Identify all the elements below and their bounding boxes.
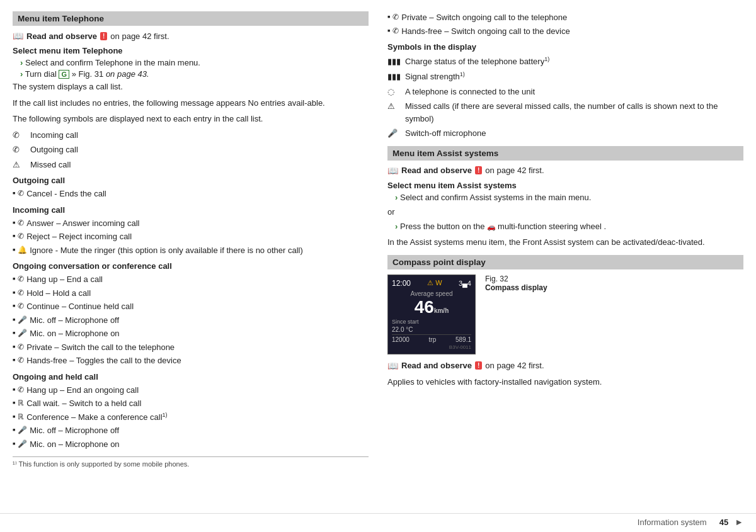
compass-fig-num: Fig. 32 [485,274,508,283]
compass-speed-number: 46 [415,297,434,317]
mic-on-text: Mic. on – Microphone on [30,327,119,340]
right-column: ✆ Private – Switch ongoing call to the t… [387,11,743,507]
fig-num: Fig. 32 [485,274,547,283]
battery-row: ▮▮▮ Charge status of the telephone batte… [387,55,743,68]
outgoing-bullets: ✆ Cancel - Ends the call [13,188,369,200]
answer-icon: ✆ [18,217,24,229]
assist-desc-text: In the Assist systems menu item, the Fro… [387,237,705,247]
mic-switch-text: Switch-off microphone [405,127,486,140]
hangup2-text: Hang up – End an ongoing call [26,384,139,397]
reject-bullet: ✆ Reject – Reject incoming call [13,230,369,243]
mic-off-text: Mic. off – Microphone off [30,314,119,327]
right-top-bullets: ✆ Private – Switch ongoing call to the t… [387,11,743,37]
incoming-call-row: ✆ Incoming call [13,129,369,142]
no-entries-msg: If the call list includes no entries, th… [13,98,246,108]
footer-arrow-icon: ► [735,517,743,527]
continue-bullet: ✆ Continue – Continue held call [13,300,369,313]
reject-icon: ✆ [18,230,24,242]
assist-select-label: Select menu item [387,181,455,190]
steering-wheel-icon: 🚗 [487,223,498,230]
continue-icon: ✆ [18,300,24,312]
conference-text: Conference – Make a conference call1) [26,411,167,424]
assist-read-observe: 📖 Read and observe ! on page 42 first. [387,166,743,176]
ongoing-held-heading: Ongoing and held call [13,372,369,382]
compass-code: B3V-0011 [392,344,471,350]
compass-fig-label: Compass display [485,283,547,292]
step1-line: › Select and confirm Telephone in the ma… [20,58,369,67]
continue-text: Continue – Continue held call [26,300,134,313]
compass-book-icon: 📖 [387,361,398,371]
mic-off2-bullet: 🎤 Mic. off – Microphone off [13,424,369,437]
assist-step2b: multi-function steering wheel . [498,222,606,231]
incoming-bullets: ✆ Answer – Answer incoming call ✆ Reject… [13,217,369,257]
mic-off2-icon: 🎤 [18,424,27,436]
assist-step1: › Select and confirm Assist systems in t… [395,193,743,202]
right-handsfree-bullet: ✆ Hands-free – Switch ongoing call to th… [387,25,743,38]
symbols-list: ▮▮▮ Charge status of the telephone batte… [387,55,743,140]
telephone-row: ◌ A telephone is connected to the unit [387,86,743,98]
right-private-icon: ✆ [392,11,399,23]
mic-off-bullet: 🎤 Mic. off – Microphone off [13,314,369,327]
ignore-icon: 🔔 [18,244,27,256]
outgoing-cancel: ✆ Cancel - Ends the call [13,188,369,200]
footer-page-number: 45 [719,518,728,527]
mic-off2-text: Mic. off – Microphone off [30,424,119,437]
telephone-section-header: Menu item Telephone [13,11,369,26]
step2-line: › Turn dial G » Fig. 31 on page 43. [20,69,369,79]
mic-on2-bullet: 🎤 Mic. on – Microphone on [13,438,369,451]
private-text: Private – Switch the call to the telepho… [26,341,175,354]
assist-book-icon: 📖 [387,166,398,176]
compass-mode: 3▄4 [459,280,471,287]
compass-read-observe: 📖 Read and observe ! on page 42 first. [387,361,743,371]
compass-on-page: on page 42 first. [485,361,544,370]
outgoing-label: Outgoing call [30,144,78,156]
telephone-section-title: Menu item Telephone [18,14,104,23]
compass-time: 12:00 [392,279,411,288]
conference-icon: ℝ [18,411,24,422]
outgoing-icon: ✆ [13,144,26,156]
callwait-bullet: ℝ Call wait. – Switch to a held call [13,397,369,410]
signal-text: Signal strength1) [405,71,465,83]
telephone-conn-text: A telephone is connected to the unit [405,86,535,98]
compass-warning: ⚠ W [427,279,442,287]
mic-off-icon: 🎤 [18,314,27,325]
handsfree-bullet: ✆ Hands-free – Toggles the call to the d… [13,354,369,367]
hangup-bullet: ✆ Hang up – End a call [13,273,369,286]
reject-text: Reject – Reject incoming call [26,230,132,243]
ongoing-heading: Ongoing conversation or conference call [13,261,369,271]
hangup2-icon: ✆ [18,384,24,395]
compass-speed-value: 46km/h [392,298,471,316]
compass-section-header: Compass point display [387,255,743,269]
outgoing-call-row: ✆ Outgoing call [13,144,369,156]
book-icon: 📖 [13,31,23,41]
read-observe-block: 📖 Read and observe ! on page 42 first. [13,31,369,41]
hangup-icon: ✆ [18,273,24,285]
compass-warn-icon: ! [475,361,482,370]
compass-unit: km/h [434,307,449,314]
right-private-bullet: ✆ Private – Switch ongoing call to the t… [387,11,743,24]
right-private-text: Private – Switch ongoing call to the tel… [401,11,567,24]
on-page-text: on page 42 first. [110,31,169,41]
assist-read-text: Read and observe [401,166,472,175]
compass-caption: Fig. 32 Compass display [485,274,547,292]
answer-bullet: ✆ Answer – Answer incoming call [13,217,369,230]
missed-label: Missed call [30,159,71,171]
mic-switch-row: 🎤 Switch-off microphone [387,127,743,140]
signal-icon: ▮▮▮ [387,71,401,83]
compass-km: 12000 [392,336,410,343]
fig-label: Compass display [485,283,547,292]
missed-icon: ⚠ [13,159,26,171]
compass-section-title: Compass point display [392,258,486,267]
call-type-list: ✆ Incoming call ✆ Outgoing call ⚠ Missed… [13,129,369,171]
select-label: Select menu item [13,46,80,55]
assist-select-item: Assist systems [457,181,517,190]
private-icon: ✆ [18,341,24,353]
assist-on-page: on page 42 first. [485,166,544,175]
symbols-heading: Symbols in the display [387,42,743,52]
callwait-text: Call wait. – Switch to a held call [26,397,141,410]
hangup-text: Hang up – End a call [26,273,103,286]
telephone-conn-icon: ◌ [387,86,401,98]
compass-read-text: Read and observe [401,361,472,370]
private-bullet: ✆ Private – Switch the call to the telep… [13,341,369,354]
answer-text: Answer – Answer incoming call [26,217,139,230]
